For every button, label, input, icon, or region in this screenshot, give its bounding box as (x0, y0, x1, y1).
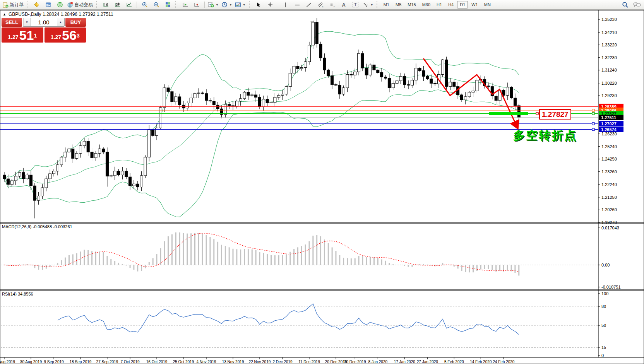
chart-shift-button[interactable] (191, 1, 202, 9)
clock-icon (221, 2, 228, 8)
search-button[interactable] (620, 1, 631, 9)
candlestick-icon (115, 2, 121, 8)
auto-trading-label: 自动交易 (74, 2, 93, 8)
buy-button[interactable]: BUY (65, 18, 86, 27)
channel-button[interactable]: E (315, 1, 326, 9)
sell-button[interactable]: SELL (2, 18, 22, 27)
volume-decrease-button[interactable]: ▼ (23, 18, 31, 26)
crosshair-button[interactable] (265, 1, 276, 9)
svg-text:16 Oct 2019: 16 Oct 2019 (146, 360, 168, 364)
indicators-button[interactable]: ▼ (207, 1, 220, 9)
svg-text:15: 15 (601, 345, 606, 350)
buy-quote-button[interactable]: 1.27 56 3 (45, 27, 86, 43)
volume-increase-button[interactable]: ▲ (57, 18, 64, 26)
svg-text:1.25240: 1.25240 (601, 144, 617, 149)
timeframe-d1[interactable]: D1 (457, 1, 468, 9)
templates-button[interactable]: ▼ (234, 1, 247, 9)
timeframe-h4[interactable]: H4 (445, 1, 456, 9)
svg-text:8 Jan 2020: 8 Jan 2020 (368, 360, 388, 364)
history-center-button[interactable] (31, 1, 42, 9)
trendline-button[interactable] (303, 1, 315, 9)
timeframe-h1[interactable]: H1 (434, 1, 445, 9)
price-callout-box[interactable]: 1.27827 (539, 109, 571, 120)
volume-stepper: ▼ 1.00 ▲ (23, 18, 65, 27)
tile-windows-button[interactable] (162, 1, 173, 9)
svg-text:21 Aug 2019: 21 Aug 2019 (0, 360, 15, 364)
chinese-annotation[interactable]: 多空转折点 (513, 128, 577, 144)
svg-text:5 Feb 2020: 5 Feb 2020 (444, 360, 464, 364)
vertical-line-button[interactable] (280, 1, 291, 9)
svg-text:1.34210: 1.34210 (601, 30, 617, 35)
svg-text:13 Nov 2019: 13 Nov 2019 (222, 360, 244, 364)
svg-text:1.24250: 1.24250 (601, 157, 617, 161)
chart-window[interactable]: ▲ GBPUSD-,Daily 1.28024 1.28496 1.27392 … (0, 10, 644, 364)
crosshair-icon (267, 2, 273, 8)
signals-button[interactable] (54, 1, 65, 9)
svg-text:30 Aug 2019: 30 Aug 2019 (20, 360, 42, 364)
svg-text:17 Jan 2020: 17 Jan 2020 (394, 360, 415, 364)
svg-text:1.32230: 1.32230 (601, 55, 617, 60)
vertical-line-icon (283, 2, 288, 8)
bar-chart-icon (103, 2, 109, 8)
svg-text:27 Jan 2020: 27 Jan 2020 (417, 360, 438, 364)
new-order-icon (3, 2, 9, 8)
svg-text:80: 80 (601, 304, 606, 309)
horizontal-line-icon (294, 2, 300, 8)
svg-text:0: 0 (601, 353, 604, 358)
line-chart-button[interactable] (123, 1, 135, 9)
svg-text:4 Nov 2019: 4 Nov 2019 (196, 360, 216, 364)
svg-text:22 Nov 2019: 22 Nov 2019 (249, 360, 271, 364)
cursor-button[interactable] (253, 1, 264, 9)
svg-text:1.20260: 1.20260 (601, 207, 617, 212)
timeframe-bar: M1M5M15M30H1H4D1W1MN (381, 1, 493, 9)
periods-button[interactable]: ▼ (220, 1, 233, 9)
svg-text:1.23260: 1.23260 (601, 169, 617, 174)
chat-icon (633, 2, 641, 8)
svg-text:27 Sep 2019: 27 Sep 2019 (96, 360, 118, 364)
auto-scroll-button[interactable] (180, 1, 191, 9)
new-order-button[interactable]: 新订单 (2, 1, 25, 9)
chat-button[interactable] (631, 1, 642, 9)
svg-text:1.31240: 1.31240 (601, 68, 617, 72)
arrows-button[interactable]: ▼ (361, 1, 375, 9)
cursor-icon (256, 2, 262, 8)
zoom-in-icon (142, 2, 148, 8)
timeframe-mn[interactable]: MN (481, 1, 493, 9)
bar-chart-button[interactable] (100, 1, 111, 9)
volume-value[interactable]: 1.00 (31, 18, 57, 26)
svg-text:1.19270: 1.19270 (601, 220, 617, 225)
data-window-button[interactable] (43, 1, 54, 9)
equidistant-channel-icon: E (317, 2, 324, 8)
zoom-out-button[interactable] (151, 1, 162, 9)
macd-label: MACD(12,26,9) -0.005488 -0.003261 (2, 224, 72, 229)
autotrade-globe-icon (67, 2, 73, 8)
fibonacci-button[interactable]: F (327, 1, 338, 9)
timeframe-w1[interactable]: W1 (469, 1, 481, 9)
svg-text:1.33220: 1.33220 (601, 43, 617, 47)
candlestick-button[interactable] (112, 1, 123, 9)
svg-text:1.27027: 1.27027 (601, 121, 617, 126)
data-window-icon (45, 2, 51, 8)
svg-text:24 Feb 2020: 24 Feb 2020 (493, 360, 515, 364)
zoom-in-button[interactable] (139, 1, 150, 9)
text-button[interactable]: A (338, 1, 349, 9)
svg-text:14 Feb 2020: 14 Feb 2020 (470, 360, 492, 364)
timeframe-m1[interactable]: M1 (381, 1, 392, 9)
svg-text:7 Oct 2019: 7 Oct 2019 (121, 360, 140, 364)
sell-price-small: 1.27 (8, 34, 18, 40)
trendline-icon (306, 2, 312, 8)
svg-text:18 Sep 2019: 18 Sep 2019 (70, 360, 92, 364)
timeframe-m30[interactable]: M30 (420, 1, 433, 9)
buy-price-sup: 3 (77, 33, 80, 38)
auto-trading-button[interactable]: 自动交易 (66, 1, 94, 9)
one-click-trading-panel: SELL ▼ 1.00 ▲ BUY 1.27 51 1 1.27 56 3 (2, 18, 86, 43)
price-chart-canvas[interactable]: 1.352301.342101.332201.322301.312401.302… (0, 10, 644, 364)
timeframe-m15[interactable]: M15 (405, 1, 418, 9)
sell-quote-button[interactable]: 1.27 51 1 (2, 27, 43, 43)
auto-scroll-icon (182, 2, 188, 8)
sell-price-sup: 1 (34, 33, 37, 38)
label-button[interactable]: T (350, 1, 361, 9)
fibonacci-icon: F (329, 2, 336, 8)
timeframe-m5[interactable]: M5 (393, 1, 404, 9)
horizontal-line-button[interactable] (292, 1, 303, 9)
